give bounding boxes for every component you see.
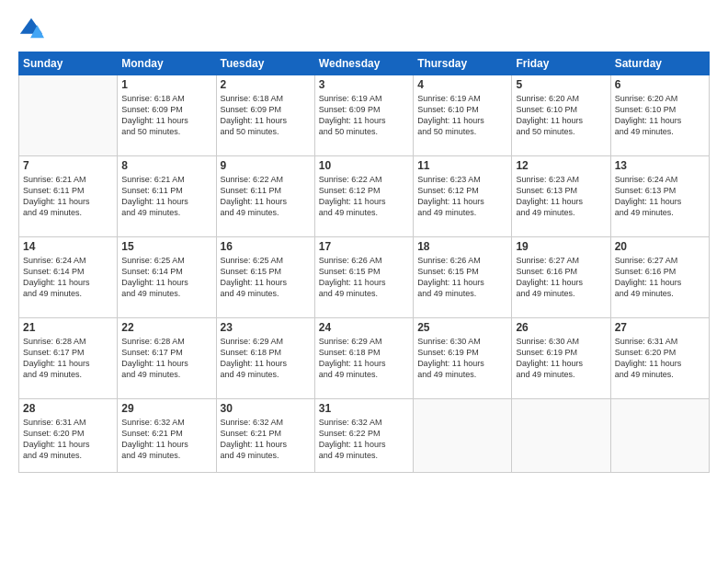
- calendar-header-cell: Friday: [512, 52, 610, 75]
- day-number: 19: [516, 240, 606, 253]
- day-info: Sunrise: 6:32 AMSunset: 6:21 PMDaylight:…: [121, 417, 211, 462]
- day-number: 21: [23, 321, 113, 334]
- day-info: Sunrise: 6:24 AMSunset: 6:13 PMDaylight:…: [615, 174, 705, 219]
- day-info: Sunrise: 6:23 AMSunset: 6:12 PMDaylight:…: [417, 174, 507, 219]
- day-info: Sunrise: 6:28 AMSunset: 6:17 PMDaylight:…: [121, 336, 211, 381]
- calendar-day-cell: 17Sunrise: 6:26 AMSunset: 6:15 PMDayligh…: [314, 237, 413, 318]
- calendar-day-cell: 11Sunrise: 6:23 AMSunset: 6:12 PMDayligh…: [414, 156, 512, 237]
- day-info: Sunrise: 6:20 AMSunset: 6:10 PMDaylight:…: [516, 93, 606, 138]
- day-number: 18: [417, 240, 507, 253]
- day-info: Sunrise: 6:19 AMSunset: 6:09 PMDaylight:…: [319, 93, 409, 138]
- day-number: 16: [221, 240, 311, 253]
- day-info: Sunrise: 6:26 AMSunset: 6:15 PMDaylight:…: [417, 255, 507, 300]
- calendar-day-cell: 16Sunrise: 6:25 AMSunset: 6:15 PMDayligh…: [216, 237, 314, 318]
- day-info: Sunrise: 6:24 AMSunset: 6:14 PMDaylight:…: [23, 255, 113, 300]
- calendar-day-cell: 9Sunrise: 6:22 AMSunset: 6:11 PMDaylight…: [216, 156, 314, 237]
- day-info: Sunrise: 6:32 AMSunset: 6:22 PMDaylight:…: [319, 417, 409, 462]
- day-info: Sunrise: 6:21 AMSunset: 6:11 PMDaylight:…: [121, 174, 211, 219]
- day-info: Sunrise: 6:26 AMSunset: 6:15 PMDaylight:…: [319, 255, 409, 300]
- calendar-header-cell: Wednesday: [314, 52, 413, 75]
- day-number: 29: [121, 402, 211, 415]
- calendar-day-cell: 2Sunrise: 6:18 AMSunset: 6:09 PMDaylight…: [216, 75, 314, 156]
- day-number: 27: [615, 321, 705, 334]
- day-info: Sunrise: 6:25 AMSunset: 6:15 PMDaylight:…: [221, 255, 311, 300]
- day-number: 9: [221, 159, 311, 172]
- calendar-day-cell: 15Sunrise: 6:25 AMSunset: 6:14 PMDayligh…: [118, 237, 216, 318]
- day-info: Sunrise: 6:32 AMSunset: 6:21 PMDaylight:…: [221, 417, 311, 462]
- day-info: Sunrise: 6:23 AMSunset: 6:13 PMDaylight:…: [516, 174, 606, 219]
- calendar-body: 1Sunrise: 6:18 AMSunset: 6:09 PMDaylight…: [19, 75, 710, 473]
- calendar-header-row: SundayMondayTuesdayWednesdayThursdayFrid…: [19, 52, 710, 75]
- day-info: Sunrise: 6:29 AMSunset: 6:18 PMDaylight:…: [319, 336, 409, 381]
- calendar-table: SundayMondayTuesdayWednesdayThursdayFrid…: [18, 52, 710, 473]
- day-number: 2: [221, 78, 311, 91]
- day-number: 15: [121, 240, 211, 253]
- day-info: Sunrise: 6:27 AMSunset: 6:16 PMDaylight:…: [516, 255, 606, 300]
- calendar-day-cell: 20Sunrise: 6:27 AMSunset: 6:16 PMDayligh…: [610, 237, 709, 318]
- calendar-day-cell: 28Sunrise: 6:31 AMSunset: 6:20 PMDayligh…: [19, 399, 118, 473]
- day-info: Sunrise: 6:20 AMSunset: 6:10 PMDaylight:…: [615, 93, 705, 138]
- day-number: 7: [23, 159, 113, 172]
- logo: [18, 17, 48, 42]
- day-number: 1: [121, 78, 211, 91]
- calendar-day-cell: 19Sunrise: 6:27 AMSunset: 6:16 PMDayligh…: [512, 237, 610, 318]
- day-info: Sunrise: 6:21 AMSunset: 6:11 PMDaylight:…: [23, 174, 113, 219]
- day-info: Sunrise: 6:29 AMSunset: 6:18 PMDaylight:…: [221, 336, 311, 381]
- calendar-day-cell: 13Sunrise: 6:24 AMSunset: 6:13 PMDayligh…: [610, 156, 709, 237]
- calendar-week-row: 1Sunrise: 6:18 AMSunset: 6:09 PMDaylight…: [19, 75, 710, 156]
- calendar-day-cell: 25Sunrise: 6:30 AMSunset: 6:19 PMDayligh…: [414, 318, 512, 399]
- calendar-day-cell: 6Sunrise: 6:20 AMSunset: 6:10 PMDaylight…: [610, 75, 709, 156]
- calendar-week-row: 21Sunrise: 6:28 AMSunset: 6:17 PMDayligh…: [19, 318, 710, 399]
- day-info: Sunrise: 6:30 AMSunset: 6:19 PMDaylight:…: [516, 336, 606, 381]
- day-number: 22: [121, 321, 211, 334]
- calendar-day-cell: 5Sunrise: 6:20 AMSunset: 6:10 PMDaylight…: [512, 75, 610, 156]
- day-info: Sunrise: 6:31 AMSunset: 6:20 PMDaylight:…: [23, 417, 113, 462]
- calendar-header-cell: Tuesday: [216, 52, 314, 75]
- day-number: 26: [516, 321, 606, 334]
- calendar-header-cell: Thursday: [414, 52, 512, 75]
- calendar-day-cell: 10Sunrise: 6:22 AMSunset: 6:12 PMDayligh…: [314, 156, 413, 237]
- calendar-week-row: 7Sunrise: 6:21 AMSunset: 6:11 PMDaylight…: [19, 156, 710, 237]
- calendar-day-cell: 26Sunrise: 6:30 AMSunset: 6:19 PMDayligh…: [512, 318, 610, 399]
- calendar-day-cell: 24Sunrise: 6:29 AMSunset: 6:18 PMDayligh…: [314, 318, 413, 399]
- calendar-day-cell: 22Sunrise: 6:28 AMSunset: 6:17 PMDayligh…: [118, 318, 216, 399]
- day-number: 11: [417, 159, 507, 172]
- day-info: Sunrise: 6:30 AMSunset: 6:19 PMDaylight:…: [417, 336, 507, 381]
- calendar-week-row: 14Sunrise: 6:24 AMSunset: 6:14 PMDayligh…: [19, 237, 710, 318]
- day-number: 30: [221, 402, 311, 415]
- page: SundayMondayTuesdayWednesdayThursdayFrid…: [0, 0, 728, 563]
- day-info: Sunrise: 6:25 AMSunset: 6:14 PMDaylight:…: [121, 255, 211, 300]
- calendar-day-cell: 3Sunrise: 6:19 AMSunset: 6:09 PMDaylight…: [314, 75, 413, 156]
- calendar-day-cell: 30Sunrise: 6:32 AMSunset: 6:21 PMDayligh…: [216, 399, 314, 473]
- day-number: 23: [221, 321, 311, 334]
- calendar-day-cell: 27Sunrise: 6:31 AMSunset: 6:20 PMDayligh…: [610, 318, 709, 399]
- calendar-day-cell: [610, 399, 709, 473]
- calendar-day-cell: 23Sunrise: 6:29 AMSunset: 6:18 PMDayligh…: [216, 318, 314, 399]
- day-number: 31: [319, 402, 409, 415]
- calendar-header-cell: Saturday: [610, 52, 709, 75]
- day-number: 3: [319, 78, 409, 91]
- day-number: 14: [23, 240, 113, 253]
- day-number: 4: [417, 78, 507, 91]
- calendar-day-cell: 1Sunrise: 6:18 AMSunset: 6:09 PMDaylight…: [118, 75, 216, 156]
- day-number: 12: [516, 159, 606, 172]
- calendar-day-cell: 14Sunrise: 6:24 AMSunset: 6:14 PMDayligh…: [19, 237, 118, 318]
- calendar-day-cell: [512, 399, 610, 473]
- day-info: Sunrise: 6:27 AMSunset: 6:16 PMDaylight:…: [615, 255, 705, 300]
- day-info: Sunrise: 6:31 AMSunset: 6:20 PMDaylight:…: [615, 336, 705, 381]
- day-number: 10: [319, 159, 409, 172]
- calendar-day-cell: 29Sunrise: 6:32 AMSunset: 6:21 PMDayligh…: [118, 399, 216, 473]
- day-info: Sunrise: 6:18 AMSunset: 6:09 PMDaylight:…: [221, 93, 311, 138]
- calendar-day-cell: 18Sunrise: 6:26 AMSunset: 6:15 PMDayligh…: [414, 237, 512, 318]
- header: [18, 17, 710, 42]
- day-number: 24: [319, 321, 409, 334]
- calendar-day-cell: 4Sunrise: 6:19 AMSunset: 6:10 PMDaylight…: [414, 75, 512, 156]
- day-info: Sunrise: 6:19 AMSunset: 6:10 PMDaylight:…: [417, 93, 507, 138]
- day-number: 8: [121, 159, 211, 172]
- day-number: 13: [615, 159, 705, 172]
- calendar-week-row: 28Sunrise: 6:31 AMSunset: 6:20 PMDayligh…: [19, 399, 710, 473]
- day-info: Sunrise: 6:28 AMSunset: 6:17 PMDaylight:…: [23, 336, 113, 381]
- day-info: Sunrise: 6:18 AMSunset: 6:09 PMDaylight:…: [121, 93, 211, 138]
- calendar-header-cell: Sunday: [19, 52, 118, 75]
- calendar-day-cell: 7Sunrise: 6:21 AMSunset: 6:11 PMDaylight…: [19, 156, 118, 237]
